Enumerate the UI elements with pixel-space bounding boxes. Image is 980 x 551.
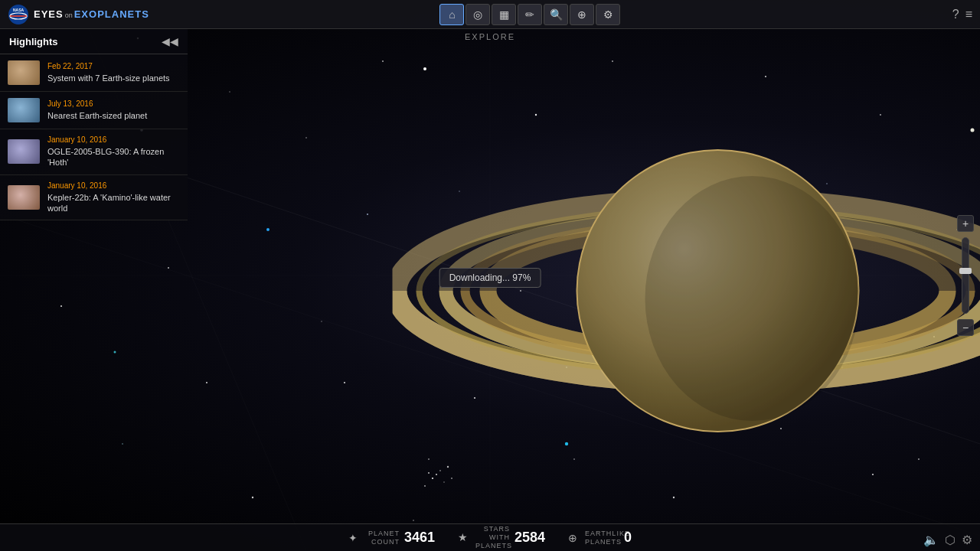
svg-point-28	[367, 214, 368, 215]
saturn-rings	[393, 99, 981, 482]
svg-point-44	[423, 67, 426, 70]
topbar-right-icons: ? ≡	[952, 8, 972, 21]
highlight-thumb-3	[8, 185, 40, 210]
title-on: on	[65, 11, 73, 19]
sidebar: Highlights ◀◀ Feb 22, 2017 System with 7…	[0, 29, 188, 220]
star-icon: ★	[458, 531, 468, 543]
zoom-out-button[interactable]: −	[957, 319, 974, 336]
highlight-item-0[interactable]: Feb 22, 2017 System with 7 Earth-size pl…	[0, 54, 188, 92]
svg-point-29	[413, 520, 414, 521]
highlight-text-0: Feb 22, 2017 System with 7 Earth-size pl…	[47, 62, 180, 83]
zoom-slider-thumb[interactable]	[959, 268, 972, 274]
toolbar-layers-button[interactable]: ▦	[492, 4, 516, 25]
title-eyes: EYES	[34, 8, 64, 20]
svg-point-16	[765, 76, 766, 77]
highlight-name-0: System with 7 Earth-size planets	[47, 73, 180, 83]
highlight-name-2: OGLE-2005-BLG-390: A frozen 'Hoth'	[47, 146, 180, 168]
svg-point-22	[60, 305, 62, 307]
highlight-date-2: January 10, 2016	[47, 135, 180, 144]
stars-with-planets-label: STARS WITH PLANETS	[475, 525, 510, 549]
toolbar-search-button[interactable]: 🔍	[544, 4, 568, 25]
download-badge: Downloading... 97%	[439, 268, 541, 288]
svg-point-43	[114, 351, 116, 354]
stat-group-stars: ★ STARS WITH PLANETS 2584	[458, 525, 545, 549]
svg-point-3	[229, 91, 230, 92]
svg-point-7	[382, 60, 384, 62]
app-title-text: EYES on EXOPLANETS	[34, 8, 149, 20]
svg-point-54	[424, 485, 426, 487]
sidebar-title: Highlights	[9, 36, 58, 47]
highlight-text-3: January 10, 2016 Kepler-22b: A 'Kamino'-…	[47, 181, 180, 214]
svg-point-27	[321, 321, 322, 321]
svg-point-23	[122, 443, 123, 445]
svg-point-24	[168, 267, 169, 269]
title-exo: EXOPLANETS	[74, 8, 149, 20]
zoom-controls: + −	[957, 215, 974, 336]
svg-point-40	[266, 228, 270, 231]
highlight-item-3[interactable]: January 10, 2016 Kepler-22b: A 'Kamino'-…	[0, 175, 188, 221]
sidebar-header: Highlights ◀◀	[0, 29, 188, 54]
help-icon[interactable]: ?	[952, 8, 959, 21]
svg-point-5	[305, 137, 307, 139]
zoom-slider-track[interactable]	[962, 237, 969, 314]
planet-icon: ✦	[348, 532, 358, 544]
toolbar: ⌂ ◎ ▦ ✏ 🔍 ⊕ ⚙	[439, 4, 620, 25]
earthlike-planets-label: EARTHLIKE PLANETS	[585, 530, 619, 546]
bottom-share-icon[interactable]: ⬡	[945, 533, 956, 547]
explore-label: EXPLORE	[465, 32, 515, 41]
highlight-item-1[interactable]: July 13, 2016 Nearest Earth-sized planet	[0, 92, 188, 129]
stat-group-earthlike: ⊕ EARTHLIKE PLANETS 0	[568, 530, 632, 546]
svg-text:NASA: NASA	[13, 8, 24, 12]
bottombar: ✦ PLANET COUNT 3461 ★ STARS WITH PLANETS…	[0, 523, 980, 551]
highlight-item-2[interactable]: January 10, 2016 OGLE-2005-BLG-390: A fr…	[0, 129, 188, 175]
highlight-thumb-0	[8, 60, 40, 85]
svg-point-12	[612, 60, 613, 62]
svg-point-6	[344, 382, 345, 383]
sidebar-collapse-button[interactable]: ◀◀	[162, 35, 178, 47]
rings-svg	[393, 99, 981, 482]
toolbar-home-button[interactable]: ⌂	[439, 4, 464, 25]
highlight-date-0: Feb 22, 2017	[47, 62, 180, 70]
logo-area: NASA EYES on EXOPLANETS	[0, 4, 157, 25]
planet-count-label: PLANET COUNT	[365, 530, 400, 546]
highlight-thumb-1	[8, 98, 40, 122]
zoom-in-button[interactable]: +	[957, 215, 974, 232]
toolbar-crosshair-button[interactable]: ⊕	[570, 4, 594, 25]
highlight-text-1: July 13, 2016 Nearest Earth-sized planet	[47, 99, 180, 121]
planet-count-value: 3461	[404, 530, 435, 546]
highlight-thumb-2	[8, 139, 40, 164]
toolbar-globe-button[interactable]: ◎	[466, 4, 490, 25]
svg-point-34	[673, 497, 675, 498]
earth-icon: ⊕	[568, 532, 577, 544]
highlight-text-2: January 10, 2016 OGLE-2005-BLG-390: A fr…	[47, 135, 180, 168]
bottom-settings-icon[interactable]: ⚙	[962, 533, 972, 547]
stars-with-planets-value: 2584	[514, 530, 545, 546]
nasa-logo: NASA	[8, 4, 29, 25]
toolbar-pencil-button[interactable]: ✏	[518, 4, 542, 25]
svg-point-75	[645, 176, 860, 421]
bottom-right-icons: 🔈 ⬡ ⚙	[923, 533, 972, 547]
bottom-speaker-icon[interactable]: 🔈	[923, 533, 939, 547]
svg-point-25	[206, 382, 207, 383]
highlight-name-3: Kepler-22b: A 'Kamino'-like water world	[47, 192, 180, 214]
topbar: NASA EYES on EXOPLANETS ⌂ ◎ ▦ ✏ 🔍 ⊕ ⚙ ? …	[0, 0, 980, 29]
menu-icon[interactable]: ≡	[965, 8, 972, 21]
svg-point-26	[252, 497, 253, 498]
earthlike-planets-value: 0	[624, 530, 632, 546]
toolbar-settings-button[interactable]: ⚙	[596, 4, 620, 25]
highlight-date-3: January 10, 2016	[47, 181, 180, 190]
highlight-date-1: July 13, 2016	[47, 99, 180, 108]
stat-group-planets: ✦ PLANET COUNT 3461	[348, 530, 435, 546]
highlight-name-1: Nearest Earth-sized planet	[47, 110, 180, 121]
